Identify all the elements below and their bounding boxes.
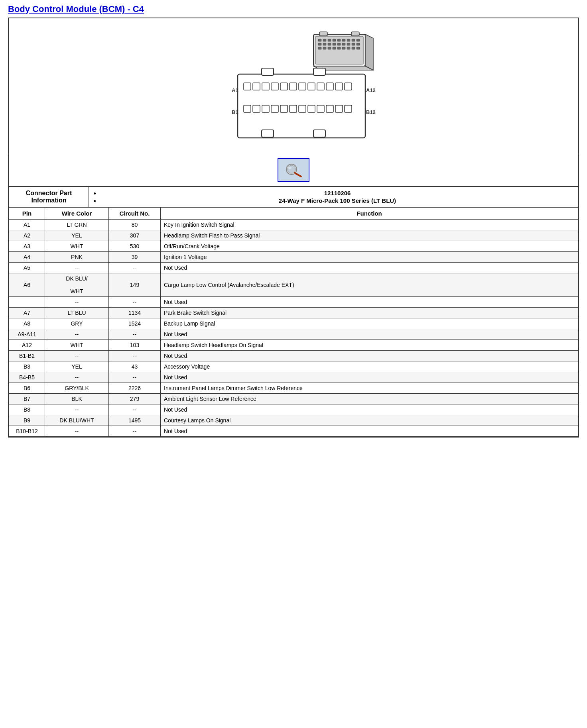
table-row: B1-B2----Not Used [9,351,578,361]
wire-color-cell: GRY/BLK [45,383,109,394]
pin-cell: B7 [9,394,45,404]
pin-cell: A4 [9,252,45,263]
function-cell: Accessory Voltage [161,361,578,372]
svg-rect-52 [335,83,343,90]
circuit-no-cell: 1495 [109,415,161,426]
svg-rect-21 [323,47,326,49]
function-cell: Courtesy Lamps On Signal [161,415,578,426]
svg-text:B12: B12 [366,109,376,115]
svg-rect-10 [357,39,360,41]
pin-cell: B4-B5 [9,372,45,383]
svg-rect-27 [352,47,355,49]
svg-rect-49 [308,83,315,90]
svg-rect-14 [333,43,336,45]
svg-rect-20 [318,47,321,49]
pin-cell: B6 [9,383,45,394]
svg-text:A12: A12 [366,87,376,93]
magnify-button[interactable] [278,158,309,182]
wire-color-cell: LT GRN [45,220,109,230]
pin-cell: A9-A11 [9,329,45,340]
svg-rect-56 [262,105,269,112]
function-cell: Backup Lamp Signal [161,318,578,329]
table-row: B9DK BLU/WHT1495Courtesy Lamps On Signal [9,415,578,426]
wire-color-cell: -- [45,372,109,383]
svg-rect-46 [280,83,288,90]
wire-color-cell: -- [45,351,109,361]
info-table: Connector Part Information 12110206 24-W… [9,186,578,207]
table-row: A8GRY1524Backup Lamp Signal [9,318,578,329]
wire-color-cell: LT BLU [45,308,109,318]
svg-rect-60 [299,105,306,112]
function-cell: Not Used [161,351,578,361]
pin-cell: A1 [9,220,45,230]
svg-rect-45 [271,83,278,90]
svg-rect-58 [280,105,288,112]
svg-rect-34 [262,68,274,75]
circuit-no-cell: 1134 [109,308,161,318]
circuit-no-cell: -- [109,351,161,361]
function-cell: Not Used [161,404,578,415]
header-circuit-no: Circuit No. [109,208,161,220]
table-row: ----Not Used [9,297,578,308]
svg-rect-11 [318,43,321,45]
wire-color-cell: PNK [45,252,109,263]
svg-rect-23 [333,47,336,49]
svg-rect-53 [345,83,352,90]
table-row: A7LT BLU1134Park Brake Switch Signal [9,308,578,318]
pin-cell: B3 [9,361,45,372]
circuit-no-cell: 279 [109,394,161,404]
circuit-no-cell: 2226 [109,383,161,394]
svg-rect-35 [313,68,325,75]
pin-cell: A3 [9,241,45,252]
function-cell: Cargo Lamp Low Control (Avalanche/Escala… [161,273,578,297]
connector-part-detail: 12110206 24-Way F Micro-Pack 100 Series … [89,187,578,207]
svg-rect-51 [326,83,333,90]
circuit-no-cell: 80 [109,220,161,230]
svg-rect-59 [290,105,297,112]
circuit-no-cell: -- [109,329,161,340]
svg-rect-26 [347,47,350,49]
circuit-no-cell: -- [109,263,161,273]
pin-cell: A12 [9,340,45,351]
pin-cell: B9 [9,415,45,426]
svg-rect-57 [271,105,278,112]
function-cell: Not Used [161,329,578,340]
svg-rect-2 [318,39,321,41]
magnify-area[interactable] [9,154,578,186]
svg-rect-62 [317,105,324,112]
function-cell: Not Used [161,297,578,308]
svg-rect-63 [326,105,333,112]
wire-color-cell: DK BLU/WHT [45,273,109,297]
circuit-no-cell: 1524 [109,318,161,329]
svg-rect-6 [337,39,341,41]
function-cell: Ignition 1 Voltage [161,252,578,263]
svg-rect-48 [299,83,306,90]
pin-cell [9,297,45,308]
table-row: A12WHT103Headlamp Switch Headlamps On Si… [9,340,578,351]
circuit-no-cell: 39 [109,252,161,263]
wire-color-cell: -- [45,426,109,437]
pin-data-table: Pin Wire Color Circuit No. Function A1LT… [9,207,578,437]
svg-rect-50 [317,83,324,90]
svg-rect-22 [328,47,331,49]
pin-cell: A5 [9,263,45,273]
function-cell: Not Used [161,372,578,383]
svg-rect-28 [357,47,360,49]
table-row: A9-A11----Not Used [9,329,578,340]
circuit-no-cell: -- [109,404,161,415]
svg-rect-64 [335,105,343,112]
svg-marker-31 [365,34,373,70]
svg-rect-15 [337,43,341,45]
wire-color-cell: WHT [45,241,109,252]
circuit-no-cell: 307 [109,230,161,241]
svg-text:B1: B1 [232,109,238,115]
pin-cell: A8 [9,318,45,329]
svg-rect-13 [328,43,331,45]
svg-rect-4 [328,39,331,41]
pin-cell: B1-B2 [9,351,45,361]
wire-color-cell: WHT [45,340,109,351]
header-pin: Pin [9,208,45,220]
svg-rect-54 [244,105,251,112]
svg-rect-9 [352,39,355,41]
svg-rect-55 [253,105,260,112]
